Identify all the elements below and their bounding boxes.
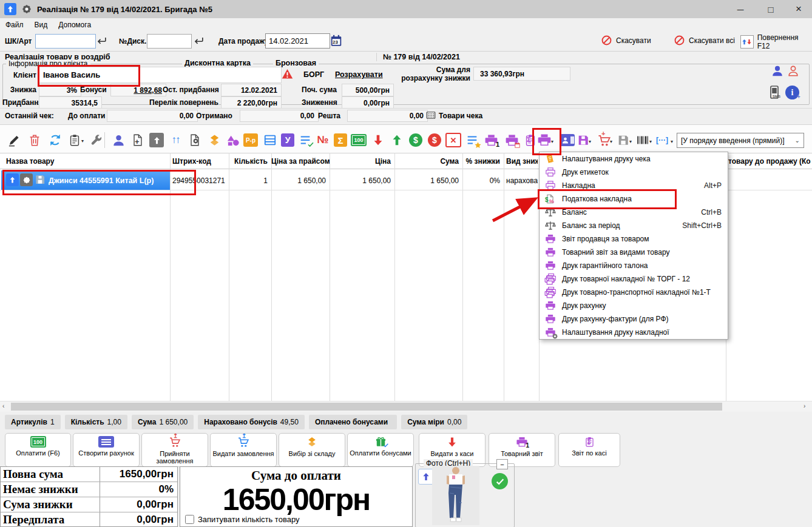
menu-item-warranty-print[interactable]: Друк гарантійного талона [540,259,728,272]
client-name-field[interactable]: Іванов Василь [39,67,282,83]
product-photo[interactable] [432,466,479,525]
menu-item-print-labels[interactable]: Друк етикеток [540,166,728,179]
column-header-sum[interactable]: Сума [394,157,459,166]
table-view-icon[interactable] [262,132,278,148]
menu-item-torg12-print[interactable]: Друк товарної накладної № ТОРГ - 12 [540,272,728,286]
menu-file[interactable]: Файл [0,18,29,32]
close-button[interactable]: × [785,0,812,18]
save-gray-caret[interactable] [629,139,632,144]
row-sum[interactable]: 1 650,00 [394,176,459,185]
maximize-button[interactable]: □ [757,0,784,18]
list-check-icon[interactable] [297,132,313,148]
bonus-field[interactable]: 1 892,68 [110,84,166,96]
cash-register-report-button[interactable]: Звіт по касі [558,433,620,467]
seller-report-print-icon[interactable] [483,132,499,148]
scroll-left-arrow[interactable] [2,403,4,409]
menu-item-balance[interactable]: БалансCtrl+B [540,206,728,219]
row-product-name[interactable]: Джинси 44555991 Китай L(р) [49,176,154,185]
menu-item-bill-print[interactable]: Друк рахунку [540,299,728,312]
barcode-icon[interactable] [635,132,651,148]
menu-item-receipt-print-settings[interactable]: Налаштування друку чека [540,152,728,166]
pay-button[interactable]: Оплатити (F6) [5,433,71,467]
print-by-date-icon[interactable] [504,132,519,148]
sort-order-combobox[interactable]: [У порядку введення (прямий)] [677,133,804,148]
sms-icon[interactable] [767,85,782,99]
cancel-box-icon[interactable] [445,132,461,148]
paste-icon[interactable] [67,132,83,148]
menu-item-invoice-print-settings[interactable]: Налаштування друку накладної [540,326,728,339]
row-discount-kind[interactable]: нарахован [506,176,538,185]
money-in-icon[interactable] [408,132,424,148]
scrollbar-thumb[interactable] [11,403,722,411]
arrow-up-green-icon[interactable] [389,132,405,148]
row-settings-icon[interactable] [20,173,33,186]
remove-client-person-icon[interactable] [787,64,800,78]
column-header-barcode[interactable]: Штрих-код [172,157,211,166]
barcode-input[interactable] [35,34,96,49]
client-card-icon[interactable] [560,132,575,148]
sale-date-input[interactable] [265,33,330,49]
u-badge-icon[interactable] [280,132,296,148]
cancel-button[interactable]: Скасувати [601,35,651,46]
client-info-plus-icon[interactable] [785,86,799,99]
menu-item-tax-invoice[interactable]: Податкова накладна [540,192,728,206]
menu-item-seller-report[interactable]: Звіт продавця за товаром [540,232,728,246]
refresh-icon[interactable] [47,132,63,148]
column-header-discount[interactable]: % знижки [462,157,500,166]
number-icon[interactable] [315,132,331,148]
column-header-list-price[interactable]: Ціна за прайсом [271,157,326,166]
create-bill-button[interactable]: Створити рахунок [73,433,140,467]
menu-item-invoice[interactable]: НакладнаAlt+P [540,179,728,192]
document-settings-icon[interactable] [187,132,203,148]
issue-order-button[interactable]: Видати замовлення [210,433,277,467]
row-price[interactable]: 1 650,00 [330,176,391,185]
return-button[interactable]: Повернення F12 [740,33,812,50]
cancel-all-button[interactable]: Скасувати всі [674,35,735,46]
photo-collapse-button[interactable] [496,459,508,469]
photo-confirm-icon[interactable] [492,473,508,489]
column-header-discount-kind[interactable]: Вид знижк [506,157,538,166]
pick-from-stock-button[interactable]: Вибір зі складу [279,433,345,467]
column-header-qty[interactable]: Кількість [229,157,268,166]
print-menu-caret[interactable] [551,139,553,144]
sigma-badge-icon[interactable] [333,132,348,148]
delete-icon[interactable] [27,132,42,148]
shapes-icon[interactable] [225,132,241,148]
add-document-icon[interactable] [130,132,146,148]
menu-help[interactable]: Допомога [53,18,96,32]
edit-icon[interactable] [6,132,22,148]
more-options-caret[interactable] [671,139,673,144]
upload-icon[interactable] [149,133,164,147]
cash-100-icon[interactable] [351,132,367,148]
barcode-caret[interactable] [649,139,652,144]
ask-quantity-checkbox[interactable] [185,515,194,524]
cart-caret[interactable] [610,139,612,144]
row-upload-icon[interactable] [6,173,19,186]
row-qty[interactable]: 1 [229,176,268,185]
row-photo-icon[interactable] [34,173,46,186]
more-options-icon[interactable] [654,132,670,148]
print-menu-icon[interactable] [536,132,552,148]
column-header-price[interactable]: Ціна [330,157,391,166]
money-out-icon[interactable] [427,132,442,148]
horizontal-scrollbar[interactable] [0,401,812,412]
scroll-right-arrow[interactable] [804,403,805,409]
column-header-comment[interactable]: товару до продажу (Коме [728,157,811,166]
calendar-button[interactable]: 23 [330,34,343,48]
row-discount[interactable]: 0% [462,176,500,185]
discount-card-input[interactable] [147,34,192,49]
calculate-link[interactable]: Розрахувати [335,70,383,79]
menu-item-ttn-print[interactable]: Друк товарно-транспортної накладної №1-Т [540,286,728,299]
client-person-icon[interactable] [771,64,784,78]
paste-dropdown-caret[interactable] [81,138,84,144]
check-goods-label[interactable]: Товари чека [439,112,482,120]
settings-wrench-icon[interactable] [89,132,104,148]
row-barcode[interactable]: 2949550031271 [172,176,225,185]
save-caret[interactable] [589,139,591,144]
pay-with-bonuses-button[interactable]: Оплатити бонусами [347,433,414,467]
list-star-icon[interactable] [464,132,480,148]
stock-layers-icon[interactable] [206,132,222,148]
menu-item-balance-period[interactable]: Баланс за періодShift+Ctrl+B [540,219,728,232]
client-icon[interactable] [110,132,126,148]
menu-view[interactable]: Вид [29,18,53,32]
